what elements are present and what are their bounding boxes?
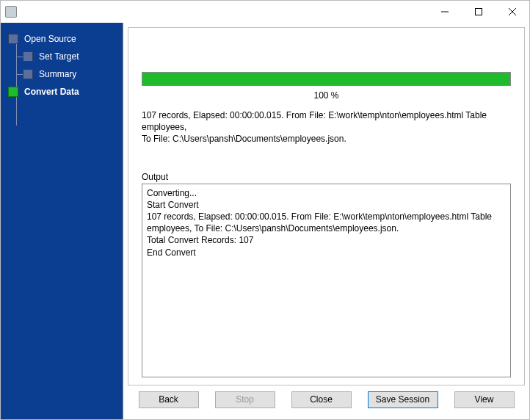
- sidebar-item-label: Open Source: [24, 34, 76, 44]
- maximize-button[interactable]: [462, 1, 495, 23]
- status-line: To File: C:\Users\pansh\Documents\employ…: [142, 133, 511, 145]
- main-panel: 100 % 107 records, Elapsed: 00:00:00.015…: [123, 23, 529, 419]
- minimize-button[interactable]: [428, 1, 462, 23]
- output-line: End Convert: [147, 247, 506, 258]
- titlebar: [1, 1, 529, 23]
- svg-rect-1: [476, 9, 482, 15]
- button-row: Back Stop Close Save Session View: [123, 385, 529, 419]
- step-icon: [8, 34, 18, 44]
- sidebar-item-label: Set Target: [39, 51, 79, 62]
- wizard-sidebar: Open Source Set Target Summary Convert D…: [1, 23, 123, 419]
- view-button[interactable]: View: [454, 391, 515, 408]
- sidebar-item-summary[interactable]: Summary: [1, 65, 123, 83]
- step-icon: [23, 69, 33, 79]
- close-button[interactable]: Close: [291, 391, 352, 408]
- progress-percent: 100 %: [142, 86, 511, 105]
- save-session-button[interactable]: Save Session: [368, 391, 438, 408]
- step-icon: [23, 51, 33, 62]
- output-line: Total Convert Records: 107: [147, 234, 506, 246]
- status-text: 107 records, Elapsed: 00:00:00.015. From…: [142, 109, 511, 145]
- sidebar-item-set-target[interactable]: Set Target: [1, 48, 123, 65]
- output-line: 107 records, Elapsed: 00:00:00.015. From…: [147, 211, 506, 234]
- output-line: Converting...: [147, 187, 506, 199]
- output-label: Output: [142, 172, 511, 182]
- sidebar-item-convert-data[interactable]: Convert Data: [1, 83, 123, 101]
- status-line: 107 records, Elapsed: 00:00:00.015. From…: [142, 109, 511, 133]
- window-controls: [428, 1, 529, 23]
- sidebar-item-open-source[interactable]: Open Source: [1, 30, 123, 48]
- output-line: Start Convert: [147, 199, 506, 211]
- close-window-button[interactable]: [495, 1, 529, 23]
- back-button[interactable]: Back: [139, 391, 199, 408]
- app-icon: [5, 6, 17, 18]
- progress-section: 100 %: [142, 72, 511, 105]
- stop-button: Stop: [215, 391, 275, 408]
- progress-bar: [142, 72, 511, 86]
- step-icon: [8, 87, 18, 97]
- output-log[interactable]: Converting... Start Convert 107 records,…: [142, 184, 511, 377]
- sidebar-item-label: Summary: [39, 69, 76, 79]
- sidebar-item-label: Convert Data: [24, 87, 79, 97]
